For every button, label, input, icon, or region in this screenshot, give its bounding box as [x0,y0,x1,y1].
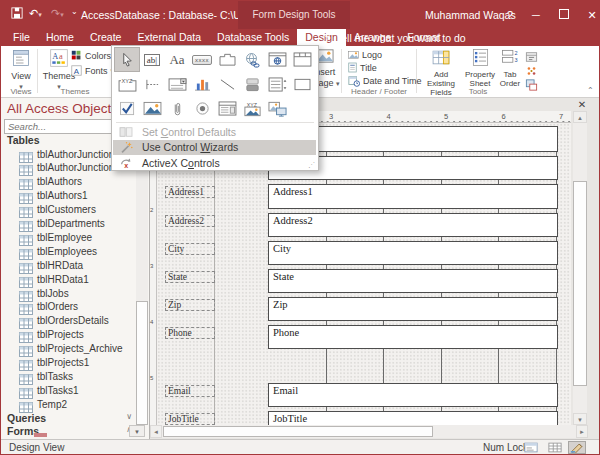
nav-pane-title[interactable]: All Access Objects [7,101,118,116]
nav-item-tblHRData1[interactable]: tblHRData1 [1,272,135,286]
label-control-address2[interactable]: Address2 [165,215,215,227]
page-break-icon[interactable] [140,73,164,96]
nav-item-tblCustomers[interactable]: tblCustomers [1,203,135,217]
nav-group-forms[interactable]: Forms∧ [7,425,132,437]
vertical-scrollbar-thumb[interactable] [573,181,587,386]
nav-scrollbar-thumb[interactable] [136,301,148,425]
fonts-button[interactable]: A Fonts▾ [71,64,114,77]
date-and-time-button[interactable]: Date and Time [348,74,422,87]
tab-control-icon[interactable] [215,48,239,71]
minimize-button[interactable]: ─ [523,1,549,29]
nav-group-queries[interactable]: Queries∨ [7,412,132,424]
text-box-control-address2[interactable]: Address2 [268,213,558,237]
add-existing-fields-button[interactable]: Add Existing Fields [419,48,463,98]
label-icon[interactable]: Aa [165,48,189,71]
v-ruler-number: 3 [150,263,153,269]
redo-button[interactable]: ↷▾ [51,7,64,20]
nav-item-tblTasks1[interactable]: tblTasks1 [1,383,135,397]
view-button[interactable]: View▾ [5,48,37,91]
close-button[interactable]: ✕ [579,1,600,29]
tab-database-tools[interactable]: Database Tools [209,29,297,46]
text-box-control-phone[interactable]: Phone [268,325,558,349]
tab-order-button[interactable]: 23 Tab Order [495,48,525,88]
nav-item-tblProjects1[interactable]: tblProjects1 [1,356,135,370]
document-close-icon[interactable]: ✕ [574,99,590,111]
label-control-jobtitle[interactable]: JobTitle [165,413,215,425]
button-icon[interactable]: xxxx [190,48,214,71]
nav-item-tblAuthors[interactable]: tblAuthors [1,175,135,189]
undo-button[interactable]: ↶▾ [29,7,42,20]
image-icon[interactable] [140,97,164,120]
maximize-button[interactable] [551,1,577,29]
text-box-control-zip[interactable]: Zip [268,297,558,321]
text-box-control-email[interactable]: Email [268,383,558,407]
text-box-control-state[interactable]: State [268,269,558,293]
chart-icon[interactable] [190,73,214,96]
nav-item-tblOrdersDetails[interactable]: tblOrdersDetails [1,314,135,328]
hscroll-right-icon[interactable]: ► [576,425,588,438]
label-control-state[interactable]: State [165,271,215,283]
unbound-object-frame-icon[interactable] [265,97,289,120]
label-control-phone[interactable]: Phone [165,327,215,339]
help-button[interactable]: ? [497,1,523,29]
nav-item-tblHRData[interactable]: tblHRData [1,258,135,272]
nav-item-tblAuthors1[interactable]: tblAuthors1 [1,189,135,203]
design-view-icon[interactable] [568,441,586,454]
tab-file[interactable]: File [5,29,38,46]
nav-item-tblOrders[interactable]: tblOrders [1,300,135,314]
horizontal-scrollbar-thumb[interactable] [163,426,433,437]
nav-item-tblEmployee[interactable]: tblEmployee [1,230,135,244]
nav-scroll-down-icon[interactable]: ▼ [129,425,145,437]
title-button[interactable]: Title [348,61,377,74]
menu-item-use-control-wizards[interactable]: Use Control Wizards [113,140,316,155]
navigation-control-icon[interactable] [290,48,314,71]
nav-group-tables[interactable]: Tables [7,134,39,146]
select-pointer-icon[interactable] [115,48,139,71]
tab-home[interactable]: Home [38,29,82,46]
resize-grip[interactable]: ⋰ [308,161,316,169]
text-box-icon[interactable]: ab| [140,48,164,71]
vscroll-down-icon[interactable]: ▼ [573,413,587,425]
web-browser-control-icon[interactable] [265,48,289,71]
text-box-control-jobtitle[interactable]: JobTitle [268,411,558,426]
nav-item-Temp2[interactable]: Temp2 [1,397,135,411]
option-group-icon[interactable]: XYZ [115,73,139,96]
collapse-ribbon-icon[interactable]: ⌃ [587,86,594,95]
qat-customize-icon[interactable]: ⌄ [71,7,78,16]
logo-button[interactable]: Logo [348,48,382,61]
label-control-email[interactable]: Email [165,385,215,397]
list-box-icon[interactable] [265,73,289,96]
subform-subreport-icon[interactable] [215,97,239,120]
rectangle-icon[interactable] [290,73,314,96]
subform-in-new-window-button[interactable] [525,77,538,95]
menu-item-activex-controls[interactable]: x ActiveX Controls [113,155,316,170]
nav-item-tblJobs[interactable]: tblJobs [1,286,135,300]
hyperlink-icon[interactable] [240,48,264,71]
nav-item-tblProjects_Archive[interactable]: tblProjects_Archive [1,342,135,356]
hscroll-left-icon[interactable]: ◄ [150,425,162,438]
form-view-icon[interactable] [522,441,540,454]
attachment-icon[interactable] [165,97,189,120]
nav-item-tblTasks[interactable]: tblTasks [1,369,135,383]
option-button-icon[interactable] [190,97,214,120]
label-control-zip[interactable]: Zip [165,299,215,311]
check-box-icon[interactable] [115,97,139,120]
nav-item-tblProjects[interactable]: tblProjects [1,328,135,342]
tell-me-box[interactable]: Tell me what you want to do [322,29,466,47]
label-control-city[interactable]: City [165,243,215,255]
save-icon[interactable] [11,7,23,21]
text-box-control-city[interactable]: City [268,241,558,265]
toggle-button-icon[interactable] [240,73,264,96]
nav-item-tblDepartments[interactable]: tblDepartments [1,217,135,231]
property-sheet-button[interactable]: Property Sheet [461,48,499,88]
label-control-address1[interactable]: Address1 [165,186,215,198]
line-icon[interactable] [215,73,239,96]
tab-create[interactable]: Create [82,29,130,46]
datasheet-view-icon[interactable] [546,441,564,454]
vscroll-up-icon[interactable]: ▲ [573,111,587,123]
nav-item-tblEmployees[interactable]: tblEmployees [1,244,135,258]
tab-external-data[interactable]: External Data [129,29,209,46]
bound-object-frame-icon[interactable]: XYZ [240,97,264,120]
text-box-control-address1[interactable]: Address1 [268,184,558,209]
combo-box-icon[interactable] [165,73,189,96]
